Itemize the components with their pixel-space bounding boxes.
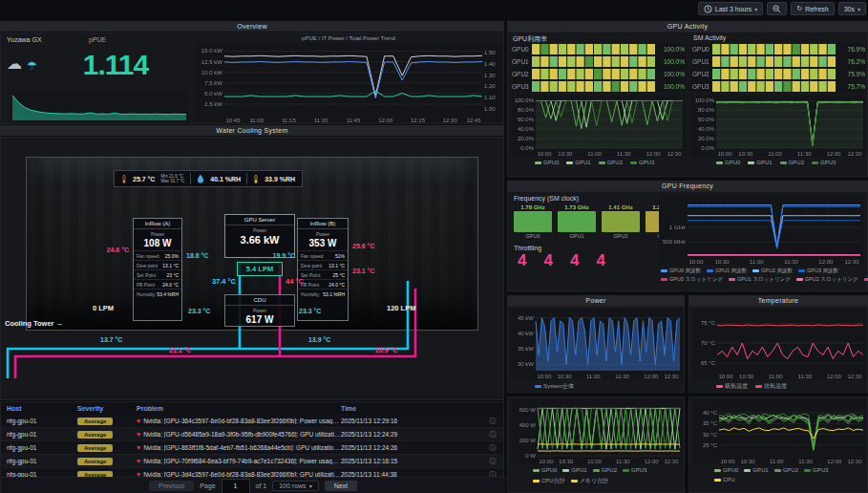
cdu-unit: CDU Power 617 W: [224, 294, 295, 327]
per-gpu-temperature-chart[interactable]: [692, 399, 866, 464]
next-page-button[interactable]: Next: [325, 481, 357, 491]
legend-item[interactable]: GPU2: [774, 467, 798, 473]
throttle-count-gpu3: 4: [596, 251, 604, 270]
overview-header-label: Overview: [237, 23, 267, 30]
info-icon[interactable]: ⓘ: [484, 443, 501, 453]
gpu-return-temp: 44 °C: [286, 277, 304, 286]
legend-item[interactable]: GPU1 スロットリング: [729, 276, 791, 283]
alert-row[interactable]: nfg-gpu-01 Average ♥Nvidia: [GPU-364c359…: [1, 415, 503, 428]
ppue-sparkline-chart[interactable]: [11, 91, 188, 122]
air-temperature-chart[interactable]: [692, 309, 866, 379]
chevron-down-icon: ▾: [754, 6, 757, 12]
loop1-return-temp: 21.1 °C: [169, 347, 191, 354]
legend-item[interactable]: GPU0 周波数: [661, 268, 701, 274]
inrow-b-power-value: 353 W: [298, 238, 348, 248]
legend-item[interactable]: GPU2: [780, 160, 804, 165]
gpu-temperature-panel: GPU0 GPU1 GPU2 GPU3 CPU: [688, 397, 868, 493]
legend-item[interactable]: GPU0: [535, 160, 559, 165]
info-icon[interactable]: ⓘ: [484, 430, 501, 439]
column-header-problem[interactable]: Problem: [137, 405, 341, 412]
coolant-flow-badge: 5.4 LPM: [237, 262, 283, 276]
frequency-cell-gpu0[interactable]: 1.78 GHz GPU0: [514, 204, 552, 239]
legend-item[interactable]: 吸気温度: [716, 382, 748, 391]
legend-item[interactable]: GPU1: [562, 467, 586, 473]
legend-item[interactable]: GPU2: [593, 467, 617, 473]
legend-item[interactable]: GPU1: [566, 160, 590, 165]
gpu-activity-panel: GPU利用率 SM Activity GPU0 GPU1 GPU2 GPU3 G…: [507, 32, 868, 177]
system-power-chart[interactable]: [511, 309, 683, 379]
legend-item[interactable]: System全体: [535, 382, 574, 391]
legend-item[interactable]: GPU3: [623, 467, 646, 473]
sm-activity-heatmap[interactable]: [691, 44, 866, 92]
legend-item[interactable]: GPU3: [812, 160, 836, 165]
gpu-activity-header-label: GPU Activity: [667, 23, 709, 30]
legend-item[interactable]: GPU1: [744, 467, 768, 473]
refresh-interval-picker[interactable]: 30s ▾: [838, 2, 866, 15]
page-number-input[interactable]: [222, 479, 250, 493]
temperature-legend: 吸気温度 排気温度: [716, 382, 787, 391]
legend-item[interactable]: GPU0: [533, 467, 557, 473]
cdu-left-temp: 23.3 °C: [188, 308, 210, 314]
arrow-right-icon: →: [56, 319, 64, 328]
info-icon[interactable]: ⓘ: [484, 417, 501, 426]
legend-item[interactable]: GPU1: [748, 160, 772, 165]
refresh-interval-label: 30s: [844, 6, 855, 12]
gpu-util-chart[interactable]: [511, 96, 686, 157]
cdu-right-temp: 23.3 °C: [299, 308, 321, 314]
power-trend-chart[interactable]: [196, 43, 503, 123]
problem-heart-icon: ♥: [137, 458, 140, 464]
problem-heart-icon: ♥: [137, 431, 140, 438]
site-label: Yuzawa GX: [7, 36, 42, 43]
refresh-button[interactable]: ↻ Refresh: [791, 2, 834, 15]
gpu-frequency-chart[interactable]: [659, 196, 863, 265]
frequency-cell-gpu1[interactable]: 1.73 GHz GPU1: [558, 204, 596, 239]
column-header-severity[interactable]: Severity: [77, 405, 137, 412]
previous-page-button[interactable]: Previous: [149, 481, 194, 491]
cdu-power-label: Power: [225, 308, 294, 313]
sm-activity-chart[interactable]: [691, 96, 866, 157]
inrow-b-return-temp-top: 25.6 °C: [352, 243, 374, 249]
alert-row[interactable]: nfg-gpu-01 Average ♥Nvidia: [GPU-863ff1f…: [1, 441, 503, 455]
ppue-value: 1.114: [43, 49, 188, 81]
legend-item[interactable]: GPU0 スロットリング: [661, 276, 723, 283]
frequency-swatch: [602, 211, 640, 232]
problem-heart-icon: ♥: [137, 418, 140, 424]
legend-item[interactable]: GPU2 スロットリング: [796, 276, 858, 283]
legend-item[interactable]: GPU2: [599, 160, 623, 165]
alert-row[interactable]: nfg-gpu-01 Average ♥Nvidia: [GPU-d56485a…: [1, 428, 503, 441]
column-header-host[interactable]: Host: [1, 405, 77, 412]
legend-item[interactable]: GPU2 周波数: [752, 268, 793, 274]
loop1-supply-temp: 13.7 °C: [100, 336, 122, 343]
legend-item[interactable]: 排気温度: [755, 382, 787, 391]
legend-item[interactable]: GPU3 周波数: [798, 268, 838, 274]
inrow-b-row: Set Point25 °C: [298, 269, 348, 279]
time-range-label: Last 3 hours: [715, 6, 752, 12]
legend-item[interactable]: CPU合計: [533, 477, 565, 485]
gpu-util-heatmap[interactable]: [511, 44, 686, 92]
column-header-time[interactable]: Time: [341, 405, 484, 412]
info-icon[interactable]: ⓘ: [484, 457, 501, 466]
time-range-picker[interactable]: Last 3 hours ▾: [698, 2, 764, 15]
frequency-swatch: [558, 211, 596, 232]
severity-badge: Average: [77, 431, 113, 439]
legend-item[interactable]: GPU1 周波数: [707, 268, 747, 274]
legend-item[interactable]: GPU3: [804, 467, 828, 473]
per-gpu-power-chart[interactable]: [511, 399, 683, 464]
power-legend: System全体: [535, 382, 574, 391]
gpu-frequency-panel: Frequency (SM clock) 1.78 GHz GPU0 1.73 …: [507, 191, 868, 291]
legend-item[interactable]: GPU3 スロットリング: [864, 276, 868, 283]
legend-item[interactable]: GPU0: [714, 467, 738, 473]
divider: [246, 173, 247, 184]
legend-item[interactable]: メモリ合計: [571, 477, 608, 485]
legend-item[interactable]: GPU0: [716, 160, 740, 165]
legend-item[interactable]: CPU: [714, 477, 735, 482]
frequency-cell-gpu2[interactable]: 1.41 GHz GPU2: [602, 204, 640, 239]
zoom-out-button[interactable]: [767, 2, 787, 15]
rows-per-page-select[interactable]: 100 rows▾: [272, 481, 318, 491]
alerts-table-body: nfg-gpu-01 Average ♥Nvidia: [GPU-364c359…: [1, 415, 503, 482]
inrow-b-supply-temp: 19.9 °C: [265, 252, 295, 259]
zoom-out-icon: [773, 5, 781, 13]
humidity-value: 40.1 %RH: [210, 176, 241, 182]
alert-row[interactable]: nfg-gpu-01 Average ♥Nvidia: [GPU-70f9f68…: [1, 455, 503, 468]
legend-item[interactable]: GPU3: [630, 160, 654, 165]
